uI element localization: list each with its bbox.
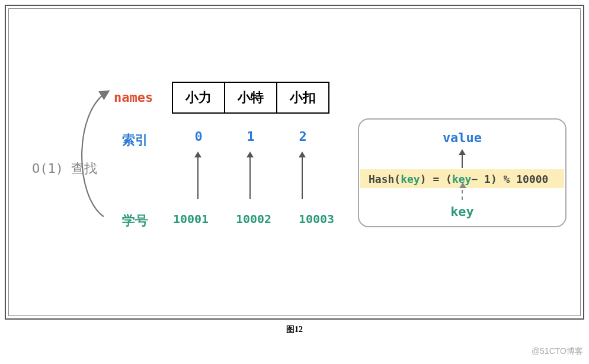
index-row: 0 1 2 xyxy=(172,129,329,144)
lookup-complexity-label: O(1) 查找 xyxy=(32,160,97,178)
arrow-up-icon xyxy=(197,153,199,199)
key-label: key xyxy=(359,204,565,219)
array-cell: 小特 xyxy=(224,82,277,114)
student-id-value: 10001 xyxy=(165,212,217,226)
index-label: 索引 xyxy=(122,131,148,149)
value-label: value xyxy=(359,130,565,145)
names-label: names xyxy=(114,90,153,105)
student-id-row: 10001 10002 10003 xyxy=(165,212,342,226)
student-id-value: 10002 xyxy=(228,212,280,226)
formula-text: − 1) % 10000 xyxy=(471,173,548,185)
formula-text: Hash( xyxy=(369,173,401,185)
arrow-dashed-up-icon xyxy=(462,183,463,200)
names-array: 小力 小特 小扣 xyxy=(172,82,329,114)
arrow-up-icon xyxy=(302,153,303,199)
formula-text: ) = ( xyxy=(420,173,452,185)
student-id-value: 10003 xyxy=(290,212,342,226)
array-cell: 小力 xyxy=(172,82,225,114)
index-value: 1 xyxy=(224,129,277,144)
arrow-up-icon xyxy=(249,153,251,199)
hash-function-box: value Hash(key) = (key − 1) % 10000 key xyxy=(358,118,566,227)
formula-key: key xyxy=(401,173,420,185)
student-id-label: 学号 xyxy=(122,212,148,230)
index-value: 2 xyxy=(276,129,329,144)
arrow-up-icon xyxy=(462,150,463,168)
figure-caption: 图12 xyxy=(0,324,589,335)
index-value: 0 xyxy=(172,129,225,144)
array-cell: 小扣 xyxy=(276,82,329,114)
watermark-text: @51CTO博客 xyxy=(532,346,583,357)
